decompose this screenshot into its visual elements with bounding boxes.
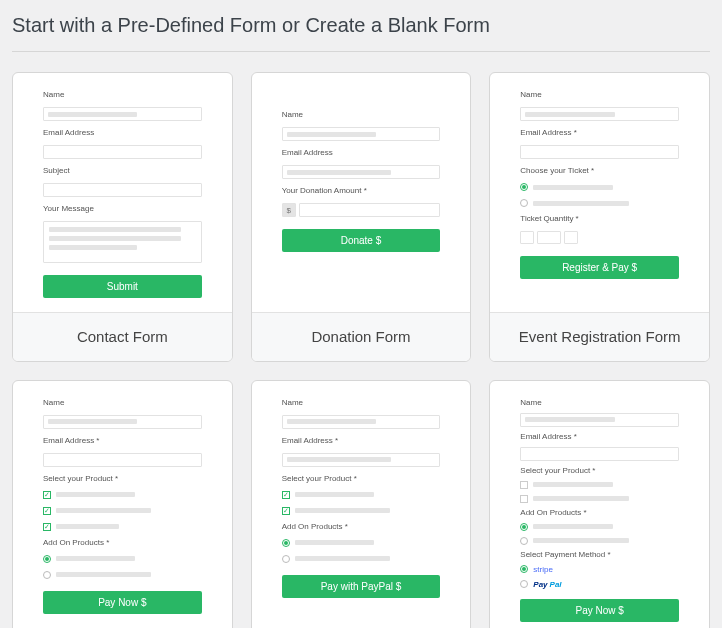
message-label: Your Message bbox=[43, 205, 202, 213]
product-label: Select your Product * bbox=[43, 475, 202, 483]
product-label: Select your Product * bbox=[520, 467, 679, 475]
method-option-stripe: stripe bbox=[520, 565, 679, 574]
name-input bbox=[43, 107, 202, 121]
check-icon: ✓ bbox=[282, 491, 290, 499]
preview: Name Email Address * Select your Product… bbox=[252, 381, 471, 629]
radio-icon bbox=[43, 555, 51, 563]
paypal-logo: PayPal bbox=[533, 580, 561, 589]
product-option: ✓ bbox=[282, 507, 441, 515]
ticket-option bbox=[520, 199, 679, 207]
radio-icon bbox=[520, 523, 528, 531]
template-card-paypal[interactable]: Name Email Address * Select your Product… bbox=[251, 380, 472, 629]
radio-icon bbox=[282, 555, 290, 563]
email-input bbox=[282, 165, 441, 179]
addon-option bbox=[520, 537, 679, 545]
pay-button: Pay Now $ bbox=[43, 591, 202, 614]
email-label: Email Address * bbox=[43, 437, 202, 445]
name-label: Name bbox=[282, 399, 441, 407]
qty-stepper bbox=[520, 231, 679, 244]
template-card-contact[interactable]: Name Email Address Subject Your Message … bbox=[12, 72, 233, 362]
email-input bbox=[282, 453, 441, 467]
name-input bbox=[282, 127, 441, 141]
check-icon: ✓ bbox=[43, 491, 51, 499]
card-title: Contact Form bbox=[13, 312, 232, 361]
email-label: Email Address * bbox=[282, 437, 441, 445]
email-label: Email Address * bbox=[520, 433, 679, 441]
product-option: ✓ bbox=[282, 491, 441, 499]
paypal-button: Pay with PayPal $ bbox=[282, 575, 441, 598]
submit-button: Submit bbox=[43, 275, 202, 298]
preview: Name Email Address * Select your Product… bbox=[490, 381, 709, 629]
check-icon: ✓ bbox=[282, 507, 290, 515]
email-input bbox=[43, 145, 202, 159]
name-label: Name bbox=[520, 91, 679, 99]
amount-input: $ bbox=[282, 203, 441, 217]
product-option: ✓ bbox=[43, 507, 202, 515]
template-card-multi-sale[interactable]: Name Email Address * Select your Product… bbox=[12, 380, 233, 629]
radio-icon bbox=[43, 571, 51, 579]
product-option: ✓ bbox=[43, 523, 202, 531]
name-input bbox=[520, 413, 679, 427]
radio-icon bbox=[282, 539, 290, 547]
currency-prefix: $ bbox=[282, 203, 296, 217]
preview: Name Email Address * Choose your Ticket … bbox=[490, 73, 709, 312]
email-input bbox=[520, 145, 679, 159]
preview: Name Email Address * Select your Product… bbox=[13, 381, 232, 629]
radio-icon bbox=[520, 183, 528, 191]
page-title: Start with a Pre-Defined Form or Create … bbox=[12, 10, 710, 51]
subject-label: Subject bbox=[43, 167, 202, 175]
name-input bbox=[43, 415, 202, 429]
template-card-donation[interactable]: Name Email Address Your Donation Amount … bbox=[251, 72, 472, 362]
check-icon bbox=[520, 495, 528, 503]
radio-icon bbox=[520, 565, 528, 573]
email-input bbox=[520, 447, 679, 461]
product-label: Select your Product * bbox=[282, 475, 441, 483]
preview: Name Email Address Subject Your Message … bbox=[13, 73, 232, 312]
radio-icon bbox=[520, 580, 528, 588]
addon-label: Add On Products * bbox=[43, 539, 202, 547]
register-button: Register & Pay $ bbox=[520, 256, 679, 279]
name-label: Name bbox=[43, 91, 202, 99]
stripe-label: stripe bbox=[533, 565, 553, 574]
ticket-option bbox=[520, 183, 679, 191]
addon-option bbox=[282, 555, 441, 563]
card-title: Event Registration Form bbox=[490, 312, 709, 361]
method-option-paypal: PayPal bbox=[520, 580, 679, 589]
addon-option bbox=[282, 539, 441, 547]
check-icon: ✓ bbox=[43, 507, 51, 515]
product-option bbox=[520, 481, 679, 489]
message-textarea bbox=[43, 221, 202, 263]
name-input bbox=[282, 415, 441, 429]
subject-input bbox=[43, 183, 202, 197]
ticket-label: Choose your Ticket * bbox=[520, 167, 679, 175]
addon-label: Add On Products * bbox=[282, 523, 441, 531]
template-grid: Name Email Address Subject Your Message … bbox=[12, 72, 710, 628]
product-option: ✓ bbox=[43, 491, 202, 499]
preview: Name Email Address Your Donation Amount … bbox=[252, 73, 471, 312]
pay-button: Pay Now $ bbox=[520, 599, 679, 622]
method-label: Select Payment Method * bbox=[520, 551, 679, 559]
email-label: Email Address * bbox=[520, 129, 679, 137]
check-icon bbox=[520, 481, 528, 489]
divider bbox=[12, 51, 710, 52]
addon-label: Add On Products * bbox=[520, 509, 679, 517]
name-label: Name bbox=[43, 399, 202, 407]
radio-icon bbox=[520, 537, 528, 545]
addon-option bbox=[43, 555, 202, 563]
check-icon: ✓ bbox=[43, 523, 51, 531]
email-input bbox=[43, 453, 202, 467]
name-label: Name bbox=[282, 111, 441, 119]
template-card-event[interactable]: Name Email Address * Choose your Ticket … bbox=[489, 72, 710, 362]
template-card-multi-method[interactable]: Name Email Address * Select your Product… bbox=[489, 380, 710, 629]
qty-label: Ticket Quantity * bbox=[520, 215, 679, 223]
addon-option bbox=[520, 523, 679, 531]
addon-option bbox=[43, 571, 202, 579]
amount-label: Your Donation Amount * bbox=[282, 187, 441, 195]
email-label: Email Address bbox=[282, 149, 441, 157]
name-label: Name bbox=[520, 399, 679, 407]
email-label: Email Address bbox=[43, 129, 202, 137]
radio-icon bbox=[520, 199, 528, 207]
product-option bbox=[520, 495, 679, 503]
card-title: Donation Form bbox=[252, 312, 471, 361]
name-input bbox=[520, 107, 679, 121]
